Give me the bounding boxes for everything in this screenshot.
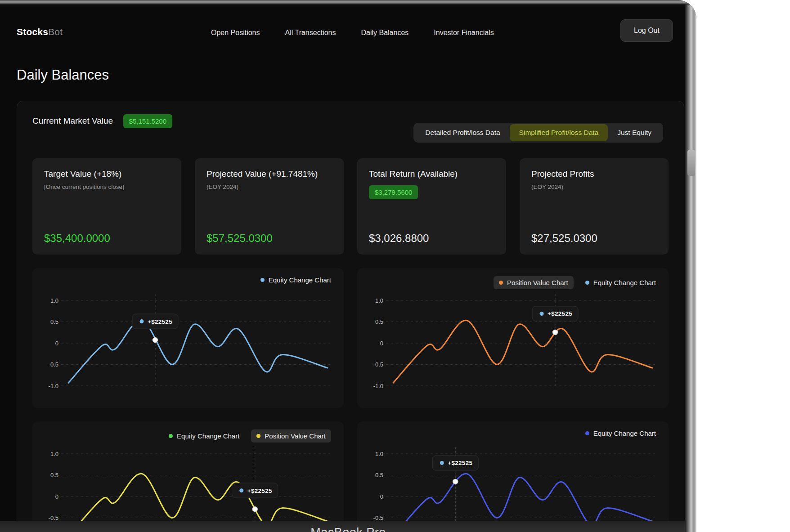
tooltip-dot-icon <box>540 312 544 316</box>
stat-title: Total Return (Available) <box>369 169 494 179</box>
daily-balances-panel: Current Market Value $5,151.5200 Detaile… <box>17 101 684 532</box>
tooltip-dot-icon <box>239 488 243 492</box>
series-line <box>393 320 652 383</box>
legend-item-equity-change-chart[interactable]: Equity Change Chart <box>585 429 656 437</box>
y-axis-tick-label: 0.5 <box>50 318 58 325</box>
laptop-mockup: StocksBot Open PositionsAll Transections… <box>0 0 696 532</box>
stat-subtitle: (EOY 2024) <box>206 183 332 190</box>
chart-canvas[interactable]: 1.00.50-0.5-1.0+$22525 <box>32 268 344 408</box>
y-axis-tick-label: -0.5 <box>49 361 58 368</box>
stat-card-total-return: Total Return (Available) $3,279.5600 $3,… <box>357 158 506 255</box>
legend-dot-icon <box>585 431 589 435</box>
active-point-marker <box>453 479 458 484</box>
y-axis-tick-label: 0.5 <box>375 472 383 478</box>
y-axis-tick-label: 1.0 <box>50 451 58 457</box>
legend-item-equity-change-chart[interactable]: Equity Change Chart <box>585 279 656 286</box>
logout-button[interactable]: Log Out <box>620 19 673 42</box>
stat-title: Projected Profits <box>531 169 657 179</box>
tooltip-value: +$22525 <box>448 460 472 466</box>
chart-panel-equity-bottom-right: Equity Change Chart1.00.50-0.5-1.0+$2252… <box>357 421 669 532</box>
laptop-right-edge <box>685 0 696 532</box>
logo-bold-part: Stocks <box>17 27 48 37</box>
stat-value: $3,026.8800 <box>369 232 429 245</box>
stat-subtitle: [Once current positions close] <box>44 183 170 190</box>
y-axis-tick-label: -0.5 <box>49 514 58 521</box>
y-axis-tick-label: 0.5 <box>375 318 383 325</box>
nav-item-investor-financials[interactable]: Investor Financials <box>434 29 494 37</box>
market-value-label: Current Market Value <box>32 110 113 132</box>
stat-card-projected-value: Projected Value (+91.7481%) (EOY 2024) $… <box>195 158 344 255</box>
legend-label: Position Value Chart <box>507 279 568 286</box>
legend-dot-icon <box>256 434 260 438</box>
stat-title: Target Value (+18%) <box>44 169 170 179</box>
chart-tooltip: +$22525 <box>232 483 278 501</box>
series-line <box>68 320 328 383</box>
market-value-row: Current Market Value $5,151.5200 Detaile… <box>32 106 669 140</box>
chart-panel-position-top-right: Position Value ChartEquity Change Chart1… <box>357 268 669 408</box>
tooltip-value: +$22525 <box>247 487 272 494</box>
y-axis-tick-label: 1.0 <box>375 451 383 457</box>
toggle-detailed-profit-loss[interactable]: Detailed Profit/loss Data <box>416 124 509 141</box>
legend-label: Equity Change Chart <box>177 432 239 440</box>
legend-label: Equity Change Chart <box>593 429 656 437</box>
chart-legend: Position Value ChartEquity Change Chart <box>494 276 656 289</box>
page-title: Daily Balances <box>17 67 109 83</box>
chart-row-top: Equity Change Chart1.00.50-0.5-1.0+$2252… <box>32 268 669 408</box>
tooltip-value: +$22525 <box>548 310 572 317</box>
y-axis-tick-label: 0 <box>55 493 58 500</box>
active-point-marker <box>153 338 157 343</box>
chart-legend: Equity Change ChartPosition Value Chart <box>169 429 331 443</box>
total-return-badge: $3,279.5600 <box>369 185 418 199</box>
y-axis-tick-label: 0 <box>55 340 58 347</box>
chart-canvas[interactable]: 1.00.50-0.5-1.0+$22525 <box>357 421 669 532</box>
stat-cards-row: Target Value (+18%) [Once current positi… <box>32 158 669 255</box>
chart-legend: Equity Change Chart <box>585 429 656 437</box>
y-axis-tick-label: -1.0 <box>373 383 383 389</box>
y-axis-tick-label: 1.0 <box>375 297 383 304</box>
nav-item-open-positions[interactable]: Open Positions <box>211 29 260 37</box>
chart-legend: Equity Change Chart <box>260 276 331 284</box>
y-axis-tick-label: -1.0 <box>49 383 58 389</box>
legend-item-position-value-chart[interactable]: Position Value Chart <box>494 276 574 289</box>
legend-label: Equity Change Chart <box>593 279 656 286</box>
chart-row-bottom: Equity Change ChartPosition Value Chart1… <box>32 421 669 532</box>
legend-label: Position Value Chart <box>265 432 326 440</box>
nav-item-daily-balances[interactable]: Daily Balances <box>361 29 408 37</box>
app-screen: StocksBot Open PositionsAll Transections… <box>0 4 685 521</box>
chart-panel-equity-top-left: Equity Change Chart1.00.50-0.5-1.0+$2252… <box>32 268 344 408</box>
active-point-marker <box>252 507 257 512</box>
logo-light-part: Bot <box>48 27 63 37</box>
y-axis-tick-label: 0 <box>380 493 383 500</box>
y-axis-tick-label: 0 <box>380 340 383 347</box>
y-axis-tick-label: -0.5 <box>373 514 383 521</box>
stat-value: $57,525.0300 <box>206 232 273 245</box>
y-axis-tick-label: 1.0 <box>50 297 58 304</box>
legend-dot-icon <box>585 281 589 285</box>
legend-item-equity-change-chart[interactable]: Equity Change Chart <box>169 432 239 440</box>
chart-tooltip: +$22525 <box>132 314 178 332</box>
main-nav: Open PositionsAll TransectionsDaily Bala… <box>211 29 494 37</box>
tooltip-dot-icon <box>139 319 144 323</box>
market-value-badge: $5,151.5200 <box>123 114 172 128</box>
toggle-simplified-profit-loss[interactable]: Simplified Profit/loss Data <box>510 124 608 141</box>
legend-item-position-value-chart[interactable]: Position Value Chart <box>251 429 331 443</box>
legend-item-equity-change-chart[interactable]: Equity Change Chart <box>260 276 331 284</box>
stat-value: $27,525.0300 <box>531 232 597 245</box>
stat-title: Projected Value (+91.7481%) <box>206 169 332 179</box>
chart-tooltip: +$22525 <box>432 456 478 474</box>
tooltip-dot-icon <box>440 461 444 465</box>
legend-dot-icon <box>169 434 173 438</box>
toggle-just-equity[interactable]: Just Equity <box>608 124 661 141</box>
y-axis-tick-label: 0.5 <box>50 472 58 478</box>
chart-panel-position-bottom-left: Equity Change ChartPosition Value Chart1… <box>32 421 344 532</box>
macbook-brand-label: MacBook Pro <box>310 526 386 532</box>
legend-dot-icon <box>499 281 503 285</box>
stat-card-target-value: Target Value (+18%) [Once current positi… <box>32 158 181 255</box>
chart-tooltip: +$22525 <box>532 306 578 324</box>
nav-item-all-transections[interactable]: All Transections <box>285 29 336 37</box>
stat-value: $35,400.0000 <box>44 232 110 245</box>
laptop-edge-reflection <box>687 150 695 176</box>
y-axis-tick-label: -0.5 <box>373 361 383 368</box>
laptop-top-edge <box>0 0 696 4</box>
stat-subtitle: (EOY 2024) <box>531 183 657 190</box>
